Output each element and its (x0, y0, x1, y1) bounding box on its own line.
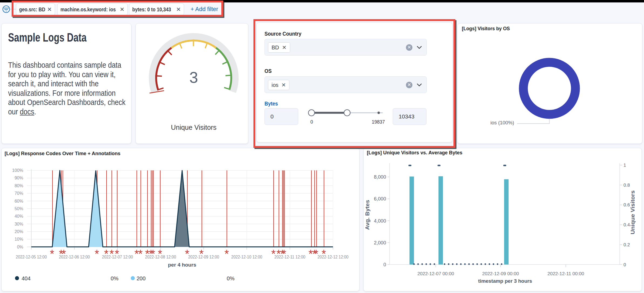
svg-text:50%: 50% (15, 206, 23, 211)
svg-text:0.2: 0.2 (623, 242, 630, 247)
svg-text:timestamp per 3 hours: timestamp per 3 hours (478, 278, 532, 284)
svg-text:20%: 20% (15, 229, 23, 234)
svg-text:1: 1 (623, 163, 626, 168)
svg-text:*: * (282, 247, 286, 260)
svg-text:0%: 0% (111, 275, 118, 281)
svg-text:*: * (158, 247, 162, 260)
svg-text:0.8: 0.8 (623, 183, 630, 188)
svg-text:80%: 80% (15, 183, 23, 188)
svg-text:2022-12-09 00:00: 2022-12-09 00:00 (482, 271, 519, 276)
svg-text:*: * (62, 247, 66, 260)
svg-text:8,000: 8,000 (374, 174, 386, 180)
svg-text:2022-12-11 00:00: 2022-12-11 00:00 (547, 271, 584, 276)
svg-text:90%: 90% (15, 176, 23, 180)
svg-text:0%: 0% (17, 245, 23, 249)
svg-text:30%: 30% (15, 222, 23, 226)
svg-text:0: 0 (383, 262, 386, 267)
svg-text:*: * (104, 247, 109, 260)
svg-text:ios (100%): ios (100%) (490, 120, 514, 125)
svg-text:10%: 10% (15, 237, 23, 241)
svg-text:2022-12-05 12:00: 2022-12-05 12:00 (16, 255, 47, 259)
svg-text:*: * (95, 247, 99, 260)
svg-text:0.6: 0.6 (623, 202, 630, 207)
svg-text:6,000: 6,000 (374, 196, 386, 202)
svg-text:4,000: 4,000 (374, 218, 386, 224)
svg-text:*: * (138, 247, 143, 260)
svg-text:3: 3 (189, 69, 198, 86)
svg-text:404: 404 (22, 275, 30, 281)
svg-text:2022-12-10 12:00: 2022-12-10 12:00 (231, 255, 262, 259)
svg-text:60%: 60% (15, 199, 23, 203)
svg-text:40%: 40% (15, 214, 23, 219)
svg-text:Avg. Bytes: Avg. Bytes (364, 200, 370, 230)
svg-text:*: * (271, 247, 276, 260)
svg-text:0%: 0% (227, 275, 235, 281)
svg-text:*: * (115, 247, 119, 260)
svg-text:*: * (151, 247, 155, 260)
svg-text:*: * (314, 247, 318, 260)
svg-text:Unique Visitors: Unique Visitors (629, 190, 636, 234)
svg-text:per 4 hours: per 4 hours (168, 262, 196, 268)
svg-text:2022-12-07 00:00: 2022-12-07 00:00 (417, 271, 454, 276)
svg-text:*: * (185, 247, 189, 260)
svg-text:*: * (322, 247, 326, 260)
svg-text:*: * (50, 247, 54, 260)
svg-text:70%: 70% (15, 191, 23, 196)
svg-text:100%: 100% (12, 168, 23, 173)
svg-text:0.4: 0.4 (623, 222, 630, 227)
svg-text:*: * (110, 247, 114, 260)
svg-text:2,000: 2,000 (374, 240, 386, 246)
svg-text:200: 200 (137, 275, 145, 281)
svg-text:Unique Visitors: Unique Visitors (171, 123, 216, 131)
svg-text:*: * (199, 247, 204, 260)
svg-text:0: 0 (623, 262, 626, 267)
svg-text:*: * (225, 247, 229, 260)
